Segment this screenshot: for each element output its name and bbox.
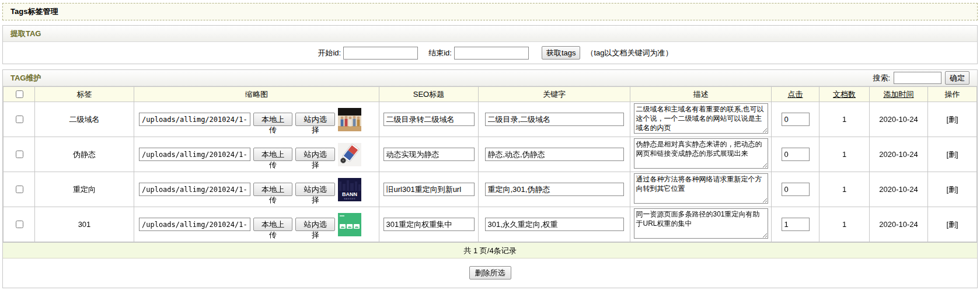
description-textarea[interactable]: 二级域名和主域名有着重要的联系,也可以这个说，一个二级域名的网站可以说是主域名的…: [634, 103, 768, 134]
site-select-button[interactable]: 站内选择: [295, 148, 335, 161]
thumbnail-cell: 本地上传 站内选择: [135, 143, 378, 166]
header-doc-count-sort-link[interactable]: 文档数: [833, 90, 856, 99]
tag-name: 伪静态: [35, 137, 134, 172]
group-photo-thumbnail: [338, 108, 361, 131]
row-checkbox[interactable]: [16, 151, 23, 158]
clicks-input[interactable]: [782, 218, 810, 231]
header-description: 描述: [630, 87, 772, 102]
start-id-label: 开始id:: [318, 48, 341, 58]
banner-dark-thumbnail: BANN B A N N E R: [338, 178, 361, 201]
local-upload-button[interactable]: 本地上传: [253, 218, 293, 231]
select-all-checkbox[interactable]: [16, 90, 23, 98]
tag-maintain-header: TAG维护 搜索: 确定: [3, 70, 977, 86]
header-thumbnail: 缩略图: [134, 87, 379, 102]
table-row: 301 本地上传 站内选择: [4, 207, 977, 242]
extract-tag-header: 提取TAG: [3, 26, 977, 42]
add-time-value: 2020-10-24: [870, 137, 928, 172]
thumb-path-input[interactable]: [139, 148, 250, 161]
seo-title-input[interactable]: [383, 218, 475, 231]
site-select-button[interactable]: 站内选择: [295, 183, 335, 196]
keywords-input[interactable]: [485, 148, 624, 161]
header-keywords: 关键字: [479, 87, 630, 102]
thumbnail-cell: 本地上传 站内选择: [135, 108, 378, 131]
description-textarea[interactable]: 通过各种方法将各种网络请求重新定个方向转到其它位置: [634, 173, 768, 204]
description-textarea[interactable]: 同一资源页面多条路径的301重定向有助于URL权重的集中: [634, 208, 768, 239]
get-tags-button[interactable]: 获取tags: [542, 46, 581, 60]
clicks-input[interactable]: [782, 148, 810, 161]
thumbnail-cell: 本地上传 站内选择 BANN B A N: [135, 178, 378, 201]
svg-text:B A N N E R: B A N N E R: [344, 198, 355, 200]
doc-count-value: 1: [819, 172, 870, 207]
extract-tag-form: 开始id: 结束id: 获取tags （tag以文档关键词为准）: [3, 42, 977, 64]
seo-title-input[interactable]: [383, 183, 475, 196]
header-action: 操作: [928, 87, 977, 102]
delete-row-link[interactable]: [删]: [946, 220, 958, 229]
clicks-input[interactable]: [782, 113, 810, 126]
svg-text:BANN: BANN: [342, 191, 357, 197]
tag-name: 重定向: [35, 172, 134, 207]
thumb-path-input[interactable]: [139, 183, 250, 196]
thumbnail-cell: 本地上传 站内选择: [135, 213, 378, 236]
search-label: 搜索:: [873, 73, 890, 83]
description-textarea[interactable]: 伪静态是相对真实静态来讲的，把动态的网页和链接变成静态的形式展现出来: [634, 138, 768, 169]
add-time-value: 2020-10-24: [870, 102, 928, 137]
search-input[interactable]: [894, 72, 941, 84]
local-upload-button[interactable]: 本地上传: [253, 183, 293, 196]
end-id-input[interactable]: [454, 47, 529, 60]
header-add-time-sort-link[interactable]: 添加时间: [884, 90, 914, 99]
thumb-path-input[interactable]: [139, 113, 250, 126]
row-checkbox[interactable]: [16, 186, 23, 193]
row-checkbox[interactable]: [16, 116, 23, 123]
seo-title-input[interactable]: [383, 113, 475, 126]
extract-tag-title: 提取TAG: [11, 29, 41, 39]
keywords-input[interactable]: [485, 113, 624, 126]
add-time-value: 2020-10-24: [870, 207, 928, 242]
delete-row-link[interactable]: [删]: [946, 185, 958, 194]
table-row: 伪静态 本地上传 站内选择: [4, 137, 977, 172]
extract-tag-panel: 提取TAG 开始id: 结束id: 获取tags （tag以文档关键词为准）: [2, 25, 978, 64]
green-gallery-thumbnail: [338, 213, 361, 236]
delete-row-link[interactable]: [删]: [946, 115, 958, 124]
tag-name: 二级域名: [35, 102, 134, 137]
local-upload-button[interactable]: 本地上传: [253, 113, 293, 126]
tag-maintain-title: TAG维护: [11, 73, 41, 83]
page-title: Tags标签管理: [2, 3, 978, 20]
delete-row-link[interactable]: [删]: [946, 150, 958, 159]
clicks-input[interactable]: [782, 183, 810, 196]
doc-count-value: 1: [819, 207, 870, 242]
table-row: 二级域名 本地上传 站内选择: [4, 102, 977, 137]
search-area: 搜索: 确定: [873, 71, 969, 85]
tags-table: 标签 缩略图 SEO标题 关键字 描述 点击 文档数 添加时间 操作 二级域名 …: [3, 86, 977, 242]
local-upload-button[interactable]: 本地上传: [253, 148, 293, 161]
keywords-input[interactable]: [485, 218, 624, 231]
get-tags-hint: （tag以文档关键词为准）: [586, 48, 672, 58]
table-footer: 删除所选: [3, 258, 977, 288]
doc-count-value: 1: [819, 137, 870, 172]
end-id-label: 结束id:: [428, 48, 452, 58]
doc-count-value: 1: [819, 102, 870, 137]
tag-maintain-panel: TAG维护 搜索: 确定 标签 缩略图 SEO标题 关键字 描述 点击 文档数 …: [2, 69, 978, 288]
search-confirm-button[interactable]: 确定: [945, 71, 969, 85]
site-select-button[interactable]: 站内选择: [295, 218, 335, 231]
header-clicks-sort-link[interactable]: 点击: [788, 90, 803, 99]
site-select-button[interactable]: 站内选择: [295, 113, 335, 126]
header-tag: 标签: [35, 87, 134, 102]
row-checkbox[interactable]: [16, 221, 23, 228]
table-header-row: 标签 缩略图 SEO标题 关键字 描述 点击 文档数 添加时间 操作: [4, 87, 977, 102]
delete-selected-button[interactable]: 删除所选: [469, 266, 511, 279]
pagination-info: 共 1 页/4条记录: [3, 242, 977, 258]
add-time-value: 2020-10-24: [870, 172, 928, 207]
header-seo-title: SEO标题: [379, 87, 479, 102]
thumb-path-input[interactable]: [139, 218, 250, 231]
seo-title-input[interactable]: [383, 148, 475, 161]
phone-photo-thumbnail: [338, 143, 361, 166]
tag-name: 301: [35, 207, 134, 242]
table-row: 重定向 本地上传 站内选择: [4, 172, 977, 207]
keywords-input[interactable]: [485, 183, 624, 196]
start-id-input[interactable]: [343, 47, 418, 60]
